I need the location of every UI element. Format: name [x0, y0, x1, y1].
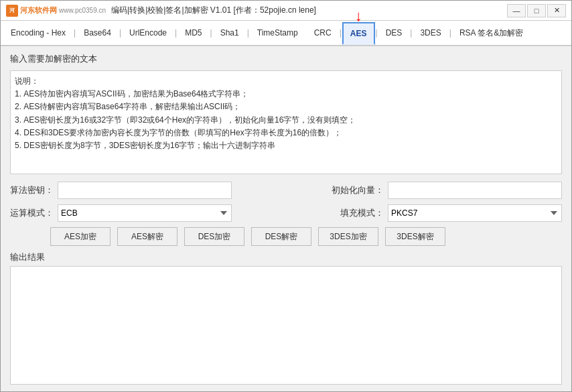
- aes-decrypt-button[interactable]: AES解密: [117, 227, 177, 246]
- input-section-label: 输入需要加解密的文本: [10, 53, 562, 65]
- key-iv-row: 算法密钥： 初始化向量：: [10, 182, 562, 199]
- tab-urlencode[interactable]: UrlEncode: [122, 21, 174, 44]
- tab-rsa[interactable]: RSA 签名&加解密: [452, 21, 530, 44]
- tab-crc[interactable]: CRC: [307, 21, 339, 44]
- tab-3des[interactable]: 3DES: [413, 21, 448, 44]
- 3des-decrypt-button[interactable]: 3DES解密: [385, 227, 445, 246]
- tab-md5[interactable]: MD5: [177, 21, 209, 44]
- app-logo: 河 河东软件网 www.pc0359.cn: [6, 5, 106, 17]
- tab-aes[interactable]: AES ↓: [342, 22, 375, 45]
- maximize-button[interactable]: □: [527, 4, 546, 17]
- output-section-label: 输出结果: [10, 251, 562, 263]
- main-window: 河 河东软件网 www.pc0359.cn 编码|转换|校验|签名|加解密 V1…: [0, 0, 572, 392]
- close-button[interactable]: ✕: [547, 4, 566, 17]
- logo-text: 河东软件网: [20, 5, 57, 15]
- arrow-indicator: ↓: [355, 9, 362, 23]
- window-controls: — □ ✕: [507, 4, 566, 17]
- title-bar: 河 河东软件网 www.pc0359.cn 编码|转换|校验|签名|加解密 V1…: [1, 1, 571, 21]
- padding-select[interactable]: PKCS7 PKCS5 Zero None: [388, 204, 562, 222]
- des-decrypt-button[interactable]: DES解密: [251, 227, 311, 246]
- input-textarea[interactable]: [10, 70, 562, 174]
- iv-input[interactable]: [388, 182, 562, 199]
- output-section: 输出结果: [10, 251, 562, 385]
- mode-padding-row: 运算模式： ECB CBC CFB OFB CTR 填充模式： PKCS7 PK…: [10, 204, 562, 222]
- logo-url: www.pc0359.cn: [59, 7, 106, 14]
- button-row: AES加密 AES解密 DES加密 DES解密 3DES加密 3DES解密: [10, 227, 562, 246]
- window-title: 编码|转换|校验|签名|加解密 V1.01 [作者：52pojie.cn len…: [111, 5, 316, 16]
- title-bar-left: 河 河东软件网 www.pc0359.cn 编码|转换|校验|签名|加解密 V1…: [6, 5, 316, 17]
- tab-encoding[interactable]: Encoding - Hex: [3, 21, 73, 44]
- tab-timestamp[interactable]: TimeStamp: [250, 21, 305, 44]
- key-group: 算法密钥：: [10, 182, 232, 199]
- minimize-button[interactable]: —: [507, 4, 526, 17]
- mode-group: 运算模式： ECB CBC CFB OFB CTR: [10, 204, 232, 222]
- key-input[interactable]: [58, 182, 232, 199]
- padding-group: 填充模式： PKCS7 PKCS5 Zero None: [340, 204, 562, 222]
- aes-encrypt-button[interactable]: AES加密: [50, 227, 111, 246]
- content-area: 输入需要加解密的文本 算法密钥： 初始化向量： 运算模式： ECB CBC: [1, 46, 571, 391]
- key-label: 算法密钥：: [10, 184, 54, 196]
- iv-label: 初始化向量：: [332, 184, 384, 196]
- mode-select[interactable]: ECB CBC CFB OFB CTR: [58, 204, 232, 222]
- des-encrypt-button[interactable]: DES加密: [184, 227, 244, 246]
- iv-group: 初始化向量：: [332, 182, 562, 199]
- 3des-encrypt-button[interactable]: 3DES加密: [318, 227, 378, 246]
- tab-sha1[interactable]: Sha1: [213, 21, 246, 44]
- tab-base64[interactable]: Base64: [76, 21, 119, 44]
- padding-label: 填充模式：: [340, 207, 384, 219]
- tab-des[interactable]: DES: [378, 21, 410, 44]
- tab-bar: Encoding - Hex | Base64 | UrlEncode | MD…: [1, 21, 571, 46]
- mode-label: 运算模式：: [10, 207, 54, 219]
- input-textarea-wrapper: [10, 70, 562, 176]
- output-textarea[interactable]: [10, 266, 562, 385]
